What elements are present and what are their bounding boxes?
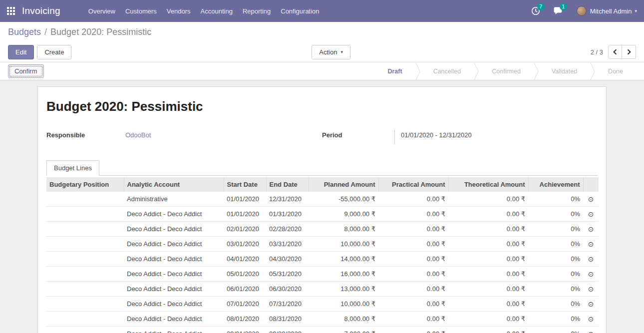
nav-menu-configuration[interactable]: Configuration [281,7,319,15]
cell-budgetary-position [46,267,124,282]
cell-start-date: 07/01/2020 [224,297,266,312]
nav-menu-reporting[interactable]: Reporting [243,7,271,15]
cell-start-date: 08/01/2020 [224,312,266,327]
cell-analytic-account: Deco Addict - Deco Addict [124,327,224,333]
cell-start-date: 03/01/2020 [224,237,266,252]
circled-dot-icon[interactable]: ⊙ [583,207,599,222]
apps-grid-icon[interactable] [7,7,15,15]
cell-practical-amount: 0.00 ₹ [378,297,448,312]
cell-planned-amount: 8,000.00 ₹ [309,222,378,237]
action-dropdown-button[interactable]: Action ▾ [312,45,350,59]
create-button[interactable]: Create [37,45,71,59]
budget-line-row[interactable]: Administrative 01/01/2020 12/31/2020 -55… [46,192,599,207]
col-header-planned-amount[interactable]: Planned Amount [309,177,378,192]
cell-end-date: 09/30/2020 [266,327,309,333]
status-cancelled[interactable]: Cancelled [420,68,474,75]
cell-theoretical-amount: 0.00 ₹ [448,207,528,222]
budget-line-row[interactable]: Deco Addict - Deco Addict 06/01/2020 06/… [46,282,599,297]
circled-dot-icon[interactable]: ⊙ [583,237,599,252]
user-avatar [577,6,587,16]
messages-menu[interactable]: 1 [553,6,563,15]
top-nav: Invoicing Overview Customers Vendors Acc… [0,0,644,22]
nav-menu-accounting[interactable]: Accounting [201,7,233,15]
status-validated[interactable]: Validated [539,68,590,75]
cell-start-date: 01/01/2020 [224,192,266,207]
budget-line-row[interactable]: Deco Addict - Deco Addict 03/01/2020 03/… [46,237,599,252]
cell-theoretical-amount: 0.00 ₹ [448,327,528,333]
cell-practical-amount: 0.00 ₹ [378,222,448,237]
action-label: Action [319,48,337,56]
status-draft[interactable]: Draft [374,68,415,75]
edit-button[interactable]: Edit [8,45,34,59]
col-header-end-date[interactable]: End Date [266,177,309,192]
cell-planned-amount: 10,000.00 ₹ [309,237,378,252]
budget-line-row[interactable]: Deco Addict - Deco Addict 08/01/2020 08/… [46,312,599,327]
cell-start-date: 06/01/2020 [224,282,266,297]
notebook-tabs: Budget Lines [46,160,598,176]
status-done[interactable]: Done [595,68,636,75]
circled-dot-icon[interactable]: ⊙ [583,312,599,327]
col-header-budgetary-position[interactable]: Budgetary Position [46,177,124,192]
budget-line-row[interactable]: Deco Addict - Deco Addict 09/01/2020 09/… [46,327,599,333]
cell-analytic-account: Deco Addict - Deco Addict [124,312,224,327]
cell-budgetary-position [46,297,124,312]
cell-start-date: 02/01/2020 [224,222,266,237]
cell-end-date: 01/31/2020 [266,207,309,222]
status-separator-icon [474,62,479,80]
budget-line-row[interactable]: Deco Addict - Deco Addict 02/01/2020 02/… [46,222,599,237]
cell-analytic-account: Deco Addict - Deco Addict [124,297,224,312]
col-header-practical-amount[interactable]: Practical Amount [378,177,448,192]
cell-analytic-account: Deco Addict - Deco Addict [124,267,224,282]
record-title: Budget 2020: Pessimistic [46,99,598,114]
budget-line-row[interactable]: Deco Addict - Deco Addict 05/01/2020 05/… [46,267,599,282]
circled-dot-icon[interactable]: ⊙ [583,222,599,237]
status-confirmed[interactable]: Confirmed [479,68,534,75]
circled-dot-icon[interactable]: ⊙ [583,192,599,207]
cell-start-date: 09/01/2020 [224,327,266,333]
cell-practical-amount: 0.00 ₹ [378,192,448,207]
responsible-value-link[interactable]: OdooBot [125,129,151,139]
circled-dot-icon[interactable]: ⊙ [583,282,599,297]
nav-menu-vendors[interactable]: Vendors [167,7,191,15]
cell-achievement: 0% [528,207,583,222]
cell-budgetary-position [46,327,124,333]
budget-line-row[interactable]: Deco Addict - Deco Addict 07/01/2020 07/… [46,297,599,312]
nav-menu-overview[interactable]: Overview [88,7,115,15]
cell-planned-amount: 10,000.00 ₹ [309,297,378,312]
col-header-start-date[interactable]: Start Date [224,177,266,192]
circled-dot-icon[interactable]: ⊙ [583,267,599,282]
nav-menu-customers[interactable]: Customers [125,7,157,15]
app-name[interactable]: Invoicing [22,5,60,16]
cell-analytic-account: Deco Addict - Deco Addict [124,222,224,237]
pager-next-button[interactable] [622,45,636,59]
col-header-theoretical-amount[interactable]: Theoretical Amount [448,177,528,192]
pager-previous-button[interactable] [608,45,622,59]
cell-analytic-account: Deco Addict - Deco Addict [124,207,224,222]
col-header-analytic-account[interactable]: Analytic Account [124,177,224,192]
cell-achievement: 0% [528,282,583,297]
breadcrumb: Budgets / Budget 2020: Pessimistic [0,22,644,42]
user-menu[interactable]: Mitchell Admin ▾ [577,6,637,16]
cell-start-date: 04/01/2020 [224,252,266,267]
cell-theoretical-amount: 0.00 ₹ [448,237,528,252]
cell-analytic-account: Deco Addict - Deco Addict [124,282,224,297]
budget-line-row[interactable]: Deco Addict - Deco Addict 01/01/2020 01/… [46,207,599,222]
cell-analytic-account: Deco Addict - Deco Addict [124,237,224,252]
cell-planned-amount: 7,000.00 ₹ [309,327,378,333]
circled-dot-icon[interactable]: ⊙ [583,297,599,312]
confirm-button[interactable]: Confirm [8,64,44,78]
budget-lines-table: Budgetary Position Analytic Account Star… [46,177,599,333]
activity-menu[interactable]: 7 [531,6,540,15]
cell-end-date: 05/31/2020 [266,267,309,282]
circled-dot-icon[interactable]: ⊙ [583,252,599,267]
tab-budget-lines[interactable]: Budget Lines [46,160,99,176]
cell-analytic-account: Deco Addict - Deco Addict [124,252,224,267]
cell-budgetary-position [46,222,124,237]
budget-line-row[interactable]: Deco Addict - Deco Addict 04/01/2020 04/… [46,252,599,267]
col-header-achievement[interactable]: Achievement [528,177,583,192]
cell-achievement: 0% [528,312,583,327]
breadcrumb-budgets-link[interactable]: Budgets [8,27,41,37]
cell-end-date: 08/31/2020 [266,312,309,327]
circled-dot-icon[interactable]: ⊙ [583,327,599,333]
cell-practical-amount: 0.00 ₹ [378,267,448,282]
